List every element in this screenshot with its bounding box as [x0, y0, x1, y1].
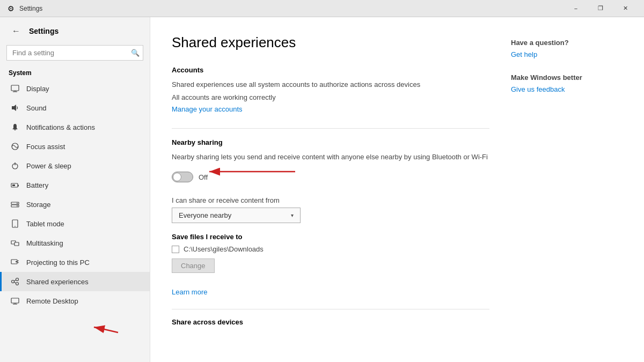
battery-icon: [10, 180, 20, 190]
search-box: 🔍: [6, 45, 143, 61]
svg-point-12: [17, 203, 18, 204]
svg-point-21: [12, 280, 14, 283]
save-path-row: C:\Users\giles\Downloads: [172, 245, 489, 253]
dropdown-container: I can share or receive content from Ever…: [172, 196, 489, 223]
maximize-button[interactable]: ❐: [588, 0, 613, 17]
sidebar-item-display[interactable]: Display: [0, 79, 150, 98]
search-icon[interactable]: 🔍: [131, 49, 140, 57]
sidebar-item-storage[interactable]: Storage: [0, 195, 150, 214]
sidebar-item-label-battery: Battery: [26, 181, 48, 189]
feedback-heading: Make Windows better: [511, 73, 618, 82]
sidebar-item-sound[interactable]: Sound: [0, 98, 150, 117]
section-divider-1: [172, 128, 489, 129]
change-button[interactable]: Change: [172, 258, 215, 273]
chevron-down-icon: ▾: [291, 212, 294, 218]
power-icon: [10, 161, 20, 171]
window-controls: − ❐ ✕: [564, 0, 638, 17]
sidebar-item-label-remote: Remote Desktop: [26, 297, 78, 305]
dropdown-value: Everyone nearby: [179, 211, 231, 219]
save-files-section: Save files I receive to C:\Users\giles\D…: [172, 233, 489, 273]
give-feedback-link[interactable]: Give us feedback: [511, 85, 565, 93]
accounts-description: Shared experiences use all system accoun…: [172, 79, 489, 90]
toggle-label: Off: [199, 173, 208, 181]
sidebar-item-label-projecting: Projecting to this PC: [26, 258, 90, 267]
sidebar-item-label-tablet: Tablet mode: [26, 220, 64, 228]
sidebar-item-projecting[interactable]: Projecting to this PC: [0, 253, 150, 272]
app-body: ← Settings 🔍 System Display Sound Notifi…: [0, 17, 644, 362]
accounts-section: Accounts Shared experiences use all syst…: [172, 66, 489, 113]
sidebar-item-label-sound: Sound: [26, 104, 47, 112]
toggle-knob: [173, 173, 181, 181]
sidebar-item-label-notifications: Notifications & actions: [26, 123, 95, 131]
sidebar-item-label-shared: Shared experiences: [26, 278, 89, 286]
sidebar-item-battery[interactable]: Battery: [0, 175, 150, 195]
projecting-icon: [10, 257, 20, 267]
save-path-value: C:\Users\giles\Downloads: [184, 245, 264, 253]
svg-rect-26: [11, 298, 19, 303]
titlebar: ⚙ Settings − ❐ ✕: [0, 0, 644, 17]
svg-rect-0: [11, 85, 19, 91]
sidebar-app-title: Settings: [29, 27, 58, 35]
svg-line-24: [14, 280, 16, 281]
back-button[interactable]: ←: [9, 24, 24, 39]
sidebar-item-tablet[interactable]: Tablet mode: [0, 214, 150, 233]
dropdown-label: I can share or receive content from: [172, 196, 489, 204]
content-right: Have a question? Get help Make Windows b…: [511, 34, 618, 345]
nearby-toggle[interactable]: [172, 172, 193, 182]
accounts-status: All accounts are working correctly: [172, 93, 489, 101]
storage-icon: [10, 200, 20, 209]
multitasking-icon: [10, 238, 20, 248]
nearby-section: Nearby sharing Nearby sharing lets you s…: [172, 138, 489, 274]
toggle-container: Off: [172, 165, 208, 189]
svg-rect-8: [18, 185, 19, 187]
manage-accounts-link[interactable]: Manage your accounts: [172, 105, 243, 113]
sound-icon: [10, 103, 20, 113]
accounts-heading: Accounts: [172, 66, 489, 74]
page-title: Shared experiences: [172, 34, 489, 51]
get-help-link[interactable]: Get help: [511, 50, 537, 58]
sidebar-item-remote[interactable]: Remote Desktop: [0, 291, 150, 311]
titlebar-title: Settings: [19, 5, 564, 12]
minimize-button[interactable]: −: [564, 0, 588, 17]
sidebar-header: ← Settings: [0, 17, 150, 43]
share-across-heading: Share across devices: [172, 309, 489, 326]
sidebar-item-power[interactable]: Power & sleep: [0, 156, 150, 175]
sidebar-item-multitasking[interactable]: Multitasking: [0, 233, 150, 253]
sidebar: ← Settings 🔍 System Display Sound Notifi…: [0, 17, 150, 362]
shared-icon: [10, 277, 20, 286]
sidebar-item-shared[interactable]: Shared experiences: [0, 272, 150, 291]
sidebar-item-label-display: Display: [26, 85, 49, 93]
content-from-dropdown[interactable]: Everyone nearby ▾: [172, 208, 301, 223]
svg-line-25: [14, 282, 16, 283]
sidebar-section-title: System: [0, 65, 150, 79]
svg-rect-9: [12, 184, 15, 186]
nearby-description: Nearby sharing lets you send and receive…: [172, 152, 489, 162]
svg-point-15: [14, 226, 16, 227]
tablet-icon: [10, 219, 20, 228]
red-arrow-1: [204, 164, 301, 180]
sidebar-item-label-power: Power & sleep: [26, 162, 71, 170]
notifications-icon: [10, 122, 20, 132]
remote-icon: [10, 296, 20, 306]
settings-icon: ⚙: [6, 4, 15, 13]
close-button[interactable]: ✕: [613, 0, 638, 17]
help-heading: Have a question?: [511, 39, 618, 47]
focus-icon: [10, 142, 20, 151]
sidebar-item-notifications[interactable]: Notifications & actions: [0, 117, 150, 137]
display-icon: [10, 84, 20, 93]
feedback-section: Make Windows better Give us feedback: [511, 73, 618, 93]
svg-marker-3: [12, 105, 16, 111]
main-content: Shared experiences Accounts Shared exper…: [150, 17, 644, 362]
save-files-label: Save files I receive to: [172, 233, 489, 241]
content-left: Shared experiences Accounts Shared exper…: [172, 34, 489, 345]
search-input[interactable]: [7, 46, 143, 60]
sidebar-item-focus[interactable]: Focus assist: [0, 137, 150, 156]
help-section: Have a question? Get help: [511, 39, 618, 58]
save-path-checkbox[interactable]: [172, 246, 179, 253]
learn-more-link[interactable]: Learn more: [172, 288, 489, 296]
nearby-heading: Nearby sharing: [172, 138, 489, 146]
svg-point-23: [16, 283, 19, 285]
sidebar-item-label-storage: Storage: [26, 201, 51, 209]
sidebar-item-label-focus: Focus assist: [26, 143, 65, 151]
svg-point-22: [16, 278, 19, 281]
